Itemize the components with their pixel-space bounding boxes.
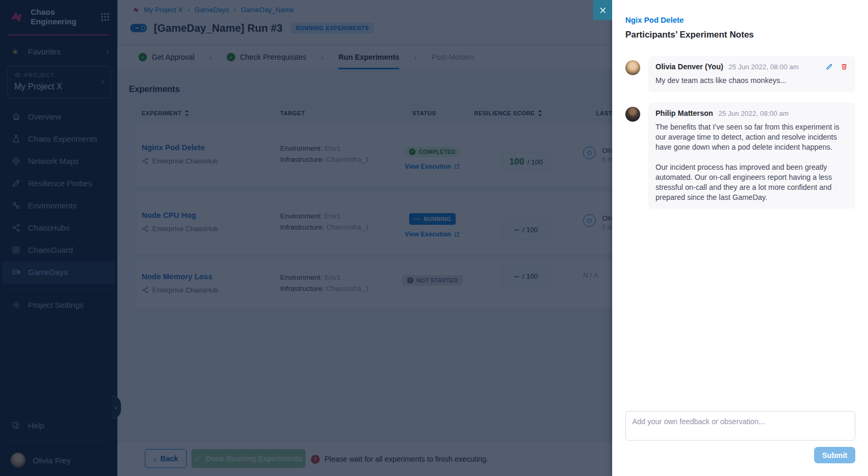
edit-comment-icon[interactable] [826,63,833,70]
feedback-input[interactable] [625,411,855,441]
comment-olivia: Olivia Denver (You) 25 Jun 2022, 08:00 a… [625,56,855,92]
drawer-title: Participants’ Experiment Notes [625,30,754,40]
comment-timestamp: 25 Jun 2022, 08:00 am [728,63,826,71]
submit-button[interactable]: Submit [814,447,855,463]
commenter-avatar [625,107,640,122]
commenter-avatar [625,60,640,75]
comment-author: Olivia Denver (You) [655,62,723,71]
comment-card: Olivia Denver (You) 25 Jun 2022, 08:00 a… [648,56,855,92]
comment-philip: Philip Matterson 25 Jun 2022, 08:00 am T… [625,103,855,209]
delete-comment-icon[interactable] [841,63,848,70]
close-drawer-button[interactable] [593,0,612,20]
comment-body: The benefits that I’ve seen so far from … [655,122,848,203]
comment-card: Philip Matterson 25 Jun 2022, 08:00 am T… [648,103,855,209]
comment-body: My dev team acts like chaos monkeys... [655,76,848,86]
comment-author: Philip Matterson [655,109,713,117]
experiment-notes-drawer: Ngix Pod Delete Participants’ Experiment… [612,0,868,476]
drawer-experiment-link[interactable]: Ngix Pod Delete [625,16,684,24]
modal-dim-overlay[interactable] [0,0,612,476]
close-icon [599,6,607,14]
comment-timestamp: 25 Jun 2022, 08:00 am [718,109,848,117]
